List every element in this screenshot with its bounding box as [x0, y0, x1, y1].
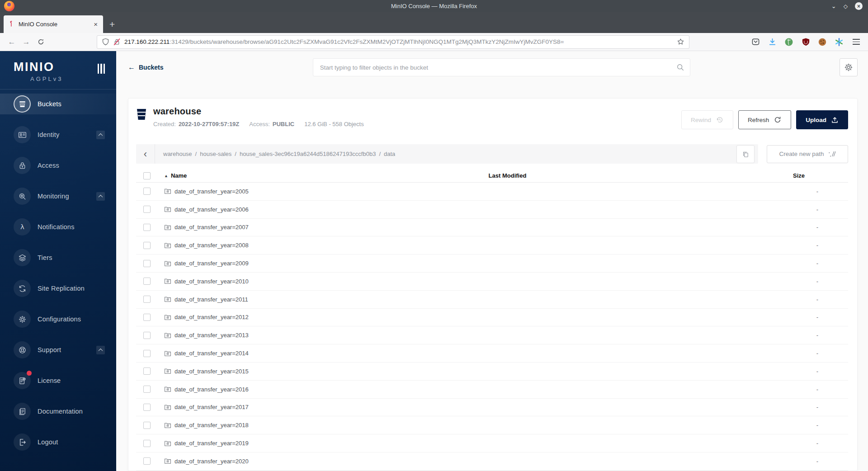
table-row-date-of-transfer-year-2006[interactable]: date_of_transfer_year=2006 - [136, 201, 848, 219]
new-tab-button[interactable]: + [103, 15, 121, 33]
sidebar-item-tiers[interactable]: Tiers [0, 247, 116, 268]
chevron-up-icon[interactable] [96, 346, 105, 354]
object-size: - [712, 278, 848, 285]
row-checkbox[interactable] [143, 440, 151, 447]
reload-icon [38, 38, 44, 45]
copy-path-button[interactable] [736, 145, 755, 163]
table-row-date-of-transfer-year-2019[interactable]: date_of_transfer_year=2019 - [136, 434, 848, 452]
row-checkbox[interactable] [143, 350, 151, 357]
breadcrumb-segment[interactable]: house-sales [200, 151, 231, 157]
sidebar-item-configurations[interactable]: Configurations [0, 309, 116, 330]
close-window-icon[interactable]: × [855, 2, 863, 10]
minimize-icon[interactable]: ⌄ [831, 3, 836, 9]
breadcrumb-segment[interactable]: warehouse [163, 151, 192, 157]
back-arrow-icon: ← [128, 63, 135, 71]
table-row-date-of-transfer-year-2015[interactable]: date_of_transfer_year=2015 - [136, 363, 848, 381]
downloads-icon[interactable] [767, 37, 777, 47]
rewind-button[interactable]: Rewind [681, 110, 733, 129]
table-row-date-of-transfer-year-2014[interactable]: date_of_transfer_year=2014 - [136, 344, 848, 363]
tab-minio-console[interactable]: MinIO Console × [4, 15, 103, 33]
bookmark-star-icon[interactable] [677, 38, 684, 46]
upload-button[interactable]: Upload [796, 110, 848, 129]
sidebar-item-logout[interactable]: Logout [0, 432, 116, 452]
sidebar-item-notifications[interactable]: λ Notifications [0, 217, 116, 237]
chevron-up-icon[interactable] [96, 131, 105, 139]
table-row-date-of-transfer-year-2017[interactable]: date_of_transfer_year=2017 - [136, 399, 848, 417]
sidebar-collapse-button[interactable] [98, 64, 105, 74]
table-row-date-of-transfer-year-2005[interactable]: date_of_transfer_year=2005 - [136, 183, 848, 201]
folder-icon [164, 457, 171, 465]
table-row-date-of-transfer-year-2009[interactable]: date_of_transfer_year=2009 - [136, 254, 848, 273]
sidebar-item-buckets[interactable]: Buckets [0, 94, 116, 114]
url-bar[interactable]: 217.160.222.211:31429/buckets/warehouse/… [97, 35, 689, 49]
column-header-name[interactable]: ▲ Name [158, 172, 302, 179]
row-checkbox[interactable] [143, 296, 151, 303]
row-checkbox[interactable] [143, 404, 151, 411]
maximize-icon[interactable]: ◇ [844, 4, 848, 9]
table-row-date-of-transfer-year-2011[interactable]: date_of_transfer_year=2011 - [136, 291, 848, 309]
pocket-icon[interactable] [750, 37, 760, 47]
row-checkbox[interactable] [143, 332, 151, 339]
menu-hamburger-icon[interactable] [851, 39, 862, 44]
sidebar-item-support[interactable]: Support [0, 339, 116, 360]
row-checkbox[interactable] [143, 367, 151, 375]
sidebar-item-license[interactable]: License [0, 370, 116, 391]
column-header-last-modified[interactable]: Last Modified [302, 172, 712, 179]
cookie-extension-icon[interactable] [817, 37, 827, 47]
table-body: date_of_transfer_year=2005 - date_of [136, 183, 848, 471]
breadcrumb-segment[interactable]: data [384, 151, 395, 157]
row-checkbox[interactable] [143, 260, 151, 267]
table-row-date-of-transfer-year-2008[interactable]: date_of_transfer_year=2008 - [136, 236, 848, 254]
sidebar-item-identity[interactable]: Identity [0, 124, 116, 145]
tracking-protection-shield-icon[interactable] [102, 38, 109, 46]
row-checkbox[interactable] [143, 188, 151, 195]
table-row-date-of-transfer-year-2020[interactable]: date_of_transfer_year=2020 - [136, 452, 848, 471]
row-checkbox[interactable] [143, 224, 151, 231]
table-row-date-of-transfer-year-2016[interactable]: date_of_transfer_year=2016 - [136, 381, 848, 399]
select-all-checkbox[interactable] [143, 172, 151, 179]
row-checkbox[interactable] [143, 278, 151, 285]
sidebar-item-monitoring[interactable]: Monitoring [0, 186, 116, 207]
row-checkbox[interactable] [143, 242, 151, 249]
sidebar-menu: Buckets Identity [0, 89, 116, 471]
table-row-date-of-transfer-year-2010[interactable]: date_of_transfer_year=2010 - [136, 273, 848, 291]
bucket-summary: 12.6 GiB - 558 Objects [304, 121, 364, 127]
back-link-label: Buckets [139, 64, 163, 71]
ublock-origin-icon[interactable] [801, 37, 811, 47]
sidebar-item-documentation[interactable]: Documentation [0, 401, 116, 422]
create-new-path-button[interactable]: Create new path [767, 145, 848, 163]
insecure-lock-icon[interactable] [113, 38, 121, 46]
table-row-date-of-transfer-year-2007[interactable]: date_of_transfer_year=2007 - [136, 219, 848, 237]
bucket-icon [136, 108, 147, 120]
row-checkbox[interactable] [143, 314, 151, 321]
url-text[interactable]: 217.160.222.211:31429/buckets/warehouse/… [124, 38, 673, 45]
close-tab-icon[interactable]: × [93, 20, 99, 28]
table-row-date-of-transfer-year-2013[interactable]: date_of_transfer_year=2013 - [136, 326, 848, 344]
forward-button[interactable]: → [19, 36, 33, 48]
row-checkbox[interactable] [143, 457, 151, 465]
back-button[interactable]: ← [5, 36, 19, 48]
row-checkbox[interactable] [143, 206, 151, 213]
column-header-size[interactable]: Size [712, 172, 848, 179]
tab-bar: MinIO Console × + [0, 12, 868, 33]
svg-text:λ: λ [20, 223, 24, 231]
refresh-button[interactable]: Refresh [738, 110, 791, 129]
table-row-date-of-transfer-year-2018[interactable]: date_of_transfer_year=2018 - [136, 416, 848, 434]
search-input[interactable] [320, 64, 676, 71]
back-to-buckets-link[interactable]: ← Buckets [128, 63, 163, 71]
table-row-date-of-transfer-year-2012[interactable]: date_of_transfer_year=2012 - [136, 309, 848, 327]
asterisk-extension-icon[interactable] [834, 37, 844, 47]
breadcrumb-segment[interactable]: house_sales-3ec96c19a6244d5186247193cccf… [240, 151, 376, 157]
sidebar-item-site-replication[interactable]: Site Replication [0, 278, 116, 299]
chevron-up-icon[interactable] [96, 192, 105, 201]
row-checkbox[interactable] [143, 386, 151, 393]
reload-button[interactable] [33, 36, 48, 48]
sidebar-item-label: License [38, 377, 61, 384]
bucket-header: warehouse Created:2022-10-27T09:57:19Z A… [136, 106, 848, 138]
breadcrumb-back-button[interactable]: ‹ [136, 144, 155, 164]
sidebar-item-access[interactable]: Access [0, 155, 116, 176]
object-filter-search[interactable] [313, 58, 690, 76]
row-checkbox[interactable] [143, 422, 151, 429]
extension-green-icon[interactable] [784, 37, 794, 47]
settings-button[interactable] [840, 58, 858, 76]
